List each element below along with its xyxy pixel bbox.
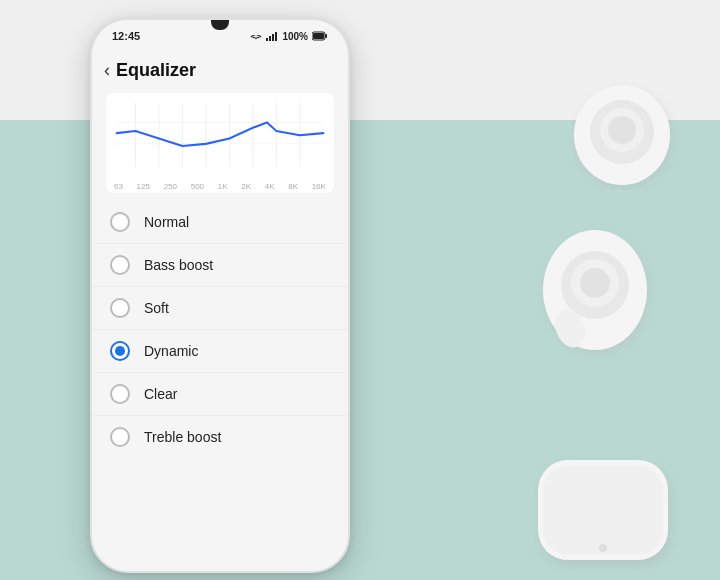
svg-rect-27: [543, 465, 663, 555]
signal-icon: [266, 31, 278, 41]
svg-point-24: [580, 268, 610, 298]
radio-dynamic[interactable]: [110, 341, 130, 361]
option-treble-boost-label: Treble boost: [144, 429, 221, 445]
app-header: ‹ Equalizer: [92, 52, 348, 87]
eq-chart-svg: [112, 101, 328, 176]
notch: [211, 20, 229, 30]
freq-63: 63: [114, 182, 123, 191]
svg-rect-6: [325, 34, 327, 38]
svg-point-28: [599, 544, 607, 552]
option-dynamic[interactable]: Dynamic: [92, 330, 348, 373]
option-bass-boost-label: Bass boost: [144, 257, 213, 273]
freq-8k: 8K: [288, 182, 298, 191]
svg-rect-2: [272, 34, 274, 41]
earbud-right: [562, 80, 682, 190]
earbud-case: [528, 440, 678, 570]
radio-treble-boost[interactable]: [110, 427, 130, 447]
option-clear[interactable]: Clear: [92, 373, 348, 416]
svg-rect-0: [266, 38, 268, 41]
wifi-icon: [250, 31, 262, 41]
back-button[interactable]: ‹: [104, 60, 110, 81]
page-title: Equalizer: [116, 60, 196, 81]
equalizer-chart: 63 125 250 500 1K 2K 4K 8K 16K: [106, 93, 334, 193]
earbud-left: [530, 210, 660, 370]
svg-rect-3: [275, 32, 277, 41]
option-dynamic-label: Dynamic: [144, 343, 198, 359]
svg-point-20: [608, 116, 636, 144]
phone-mockup: 12:45 100% ‹: [90, 18, 350, 573]
svg-rect-1: [269, 36, 271, 41]
freq-2k: 2K: [241, 182, 251, 191]
radio-bass-boost[interactable]: [110, 255, 130, 275]
radio-dynamic-dot: [115, 346, 125, 356]
freq-500: 500: [191, 182, 204, 191]
option-bass-boost[interactable]: Bass boost: [92, 244, 348, 287]
option-clear-label: Clear: [144, 386, 177, 402]
status-bar: 12:45 100%: [92, 20, 348, 52]
status-time: 12:45: [112, 30, 140, 42]
option-normal[interactable]: Normal: [92, 201, 348, 244]
equalizer-options-list: Normal Bass boost Soft Dynamic Clear: [92, 197, 348, 458]
option-soft[interactable]: Soft: [92, 287, 348, 330]
freq-4k: 4K: [265, 182, 275, 191]
battery-label: 100%: [282, 31, 308, 42]
eq-frequency-labels: 63 125 250 500 1K 2K 4K 8K 16K: [112, 182, 328, 191]
freq-1k: 1K: [218, 182, 228, 191]
svg-rect-5: [313, 33, 324, 39]
option-soft-label: Soft: [144, 300, 169, 316]
radio-normal[interactable]: [110, 212, 130, 232]
freq-125: 125: [137, 182, 150, 191]
radio-clear[interactable]: [110, 384, 130, 404]
status-icons: 100%: [250, 31, 328, 42]
battery-icon: [312, 31, 328, 41]
freq-16k: 16K: [312, 182, 326, 191]
option-treble-boost[interactable]: Treble boost: [92, 416, 348, 458]
radio-soft[interactable]: [110, 298, 130, 318]
freq-250: 250: [164, 182, 177, 191]
option-normal-label: Normal: [144, 214, 189, 230]
